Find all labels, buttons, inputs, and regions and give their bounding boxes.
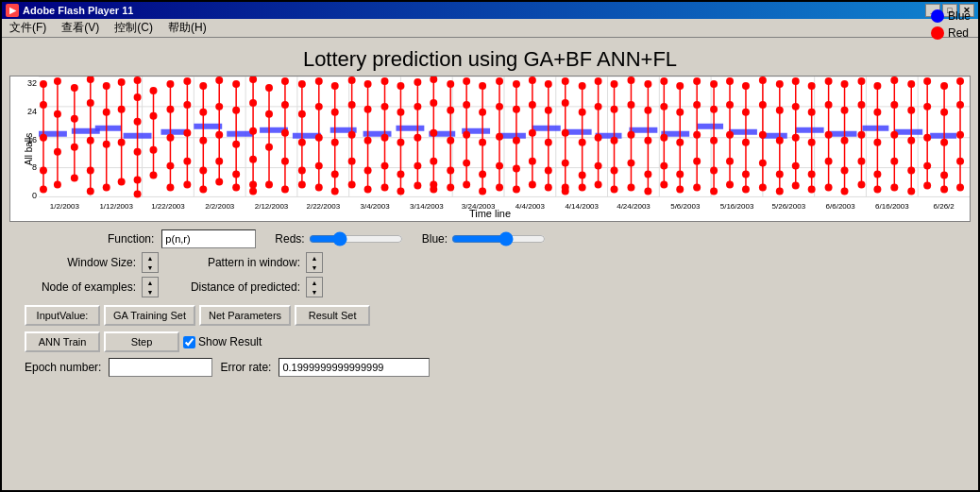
svg-point-223 <box>513 106 520 113</box>
node-examples-row: Node of examples: ▲ ▼ <box>13 277 159 297</box>
distance-spin[interactable]: ▲ ▼ <box>306 277 323 297</box>
blue-slider[interactable] <box>451 232 546 246</box>
svg-point-140 <box>281 158 289 165</box>
svg-point-329 <box>792 182 800 190</box>
pattern-up[interactable]: ▲ <box>307 253 322 263</box>
svg-rect-47 <box>862 126 888 131</box>
menu-help[interactable]: 帮助(H) <box>164 20 211 36</box>
svg-point-109 <box>199 137 207 144</box>
svg-point-216 <box>496 77 503 85</box>
svg-point-351 <box>857 131 865 139</box>
svg-point-340 <box>825 158 833 165</box>
distance-down[interactable]: ▼ <box>307 287 322 297</box>
menu-control[interactable]: 控制(C) <box>110 20 157 36</box>
x-label-17: 6/26/2 <box>918 202 970 211</box>
window-size-down[interactable]: ▼ <box>143 263 158 272</box>
svg-point-273 <box>644 137 651 144</box>
svg-point-380 <box>940 109 948 116</box>
menu-view[interactable]: 查看(V) <box>58 20 103 36</box>
svg-point-359 <box>873 186 881 194</box>
chart-area: All balls 0 8 16 24 32 <box>9 76 971 222</box>
pattern-label: Pattern in window: <box>177 256 300 269</box>
svg-point-210 <box>479 82 486 90</box>
svg-point-168 <box>364 106 372 113</box>
x-label-10: 4/14/2003 <box>556 202 608 211</box>
show-result-checkbox[interactable] <box>183 336 195 348</box>
svg-point-62 <box>71 84 78 92</box>
svg-point-315 <box>759 131 767 139</box>
y-tick-4: 32 <box>12 78 37 88</box>
window-size-spin[interactable]: ▲ ▼ <box>142 252 159 273</box>
svg-point-224 <box>513 137 520 144</box>
svg-point-67 <box>87 76 94 83</box>
svg-point-323 <box>776 188 784 195</box>
svg-point-151 <box>315 134 323 142</box>
svg-point-55 <box>40 186 47 194</box>
svg-point-217 <box>496 103 503 110</box>
svg-point-260 <box>611 106 618 113</box>
svg-point-350 <box>857 101 865 109</box>
svg-point-143 <box>298 80 306 88</box>
error-label: Error rate: <box>220 361 271 374</box>
pattern-down[interactable]: ▼ <box>307 263 322 272</box>
svg-point-326 <box>792 103 800 110</box>
menu-file[interactable]: 文件(F) <box>6 20 50 36</box>
net-parameters-button[interactable]: Net Parameters <box>199 305 291 326</box>
svg-point-204 <box>463 77 470 85</box>
svg-point-345 <box>841 137 849 144</box>
svg-point-146 <box>298 167 306 175</box>
node-examples-up[interactable]: ▲ <box>143 278 158 287</box>
y-tick-labels: 0 8 16 24 32 <box>10 76 39 202</box>
svg-point-138 <box>281 101 289 109</box>
result-set-button[interactable]: Result Set <box>295 305 370 326</box>
svg-point-179 <box>397 82 404 90</box>
function-input[interactable] <box>161 229 256 248</box>
svg-point-119 <box>232 80 240 88</box>
step-button[interactable]: Step <box>104 331 179 352</box>
x-label-13: 5/16/2003 <box>711 202 763 211</box>
input-value-button[interactable]: InputValue: <box>25 305 100 326</box>
svg-point-379 <box>940 82 948 90</box>
svg-point-206 <box>463 131 470 139</box>
svg-point-262 <box>611 167 618 175</box>
svg-point-304 <box>726 158 734 165</box>
svg-point-102 <box>183 101 191 109</box>
svg-point-110 <box>199 167 207 175</box>
svg-point-117 <box>215 178 223 186</box>
y-tick-2: 16 <box>12 135 37 144</box>
svg-point-310 <box>742 171 750 178</box>
svg-point-313 <box>759 76 767 84</box>
svg-point-367 <box>907 80 915 88</box>
svg-point-114 <box>215 103 223 110</box>
svg-point-292 <box>693 158 701 165</box>
svg-point-156 <box>331 109 339 116</box>
ann-train-button[interactable]: ANN Train <box>25 331 100 352</box>
x-label-1: 1/12/2003 <box>91 202 143 211</box>
show-result-label[interactable]: Show Result <box>183 335 262 348</box>
svg-point-137 <box>281 77 289 85</box>
svg-point-147 <box>298 181 306 189</box>
svg-point-248 <box>579 109 586 116</box>
error-input[interactable] <box>279 358 430 377</box>
x-label-15: 6/6/2003 <box>815 202 867 211</box>
ga-training-set-button[interactable]: GA Training Set <box>104 305 195 326</box>
svg-point-79 <box>118 106 126 113</box>
node-examples-down[interactable]: ▼ <box>143 287 158 297</box>
node-examples-spin[interactable]: ▲ ▼ <box>142 277 159 297</box>
svg-point-362 <box>890 101 898 109</box>
show-result-text: Show Result <box>198 335 262 348</box>
svg-point-236 <box>545 139 552 146</box>
svg-point-125 <box>249 76 257 83</box>
svg-point-286 <box>676 171 684 178</box>
svg-point-80 <box>118 139 126 146</box>
pattern-spin[interactable]: ▲ ▼ <box>306 252 323 273</box>
svg-point-153 <box>315 184 323 192</box>
window-size-row: Window Size: ▲ ▼ <box>13 252 159 273</box>
window-size-up[interactable]: ▲ <box>143 253 158 263</box>
svg-point-63 <box>71 115 78 123</box>
epoch-input[interactable] <box>109 358 212 377</box>
distance-up[interactable]: ▲ <box>307 278 322 287</box>
y-tick-1: 8 <box>12 162 37 172</box>
reds-slider[interactable] <box>309 232 403 246</box>
svg-point-193 <box>430 129 437 137</box>
